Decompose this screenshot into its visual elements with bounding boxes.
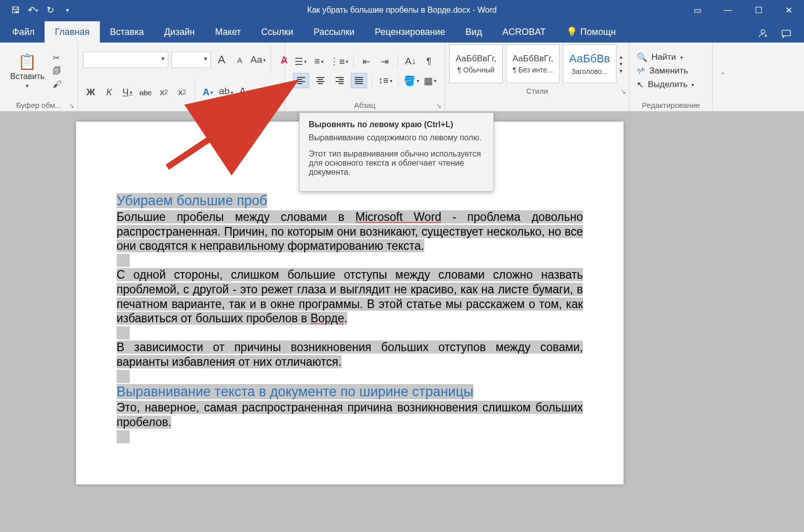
dialog-launcher-icon[interactable]: ↘ <box>620 88 626 95</box>
bold-button[interactable]: Ж <box>83 85 98 100</box>
style-sample: АаБбВвГг, <box>513 54 553 64</box>
svg-point-0 <box>761 30 764 33</box>
group-editing: 🔍Найти▾ ᵃ⁄ᵇЗаменить ↖Выделить▾ Редактиро… <box>630 43 713 111</box>
svg-rect-1 <box>782 30 791 36</box>
style-normal[interactable]: АаБбВвГг, ¶ Обычный <box>449 45 503 83</box>
paragraph-text: Большие пробелы между словами в <box>117 210 355 223</box>
window-title: Как убрать большие пробелы в Ворде.docx … <box>307 6 497 15</box>
paragraph-text: В зависимости от причины возникновения б… <box>117 340 583 368</box>
tooltip-title: Выровнять по левому краю (Ctrl+L) <box>309 120 484 129</box>
group-clipboard: 📋 Вставить ▾ ✂ 🗐 🖌 Буфер обм...↘ <box>0 43 78 111</box>
tab-acrobat[interactable]: ACROBAT <box>492 21 556 43</box>
tooltip-extra: Этот тип выравнивания обычно используетс… <box>309 149 484 177</box>
style-no-spacing[interactable]: АаБбВвГг, ¶ Без инте... <box>506 45 560 83</box>
find-button[interactable]: 🔍Найти▾ <box>637 52 694 63</box>
tab-mailings[interactable]: Рассылки <box>304 21 365 43</box>
redo-icon[interactable]: ↻ <box>43 3 58 18</box>
maximize-icon[interactable]: ☐ <box>743 0 774 20</box>
quick-access-toolbar: 🖫 ↶▾ ↻ ▾ <box>0 3 75 18</box>
paragraph-text: Это, наверное, самая распространенная пр… <box>117 401 583 429</box>
line-spacing-button[interactable]: ↕≡▾ <box>378 73 393 88</box>
show-marks-button[interactable]: ¶ <box>421 54 436 69</box>
sort-button[interactable]: A↓ <box>403 54 418 69</box>
copy-icon[interactable]: 🗐 <box>53 66 61 77</box>
borders-button[interactable]: ▦▾ <box>422 73 437 88</box>
editing-group-label: Редактирование <box>630 99 712 111</box>
collapse-ribbon-button[interactable]: ˆ <box>713 43 733 111</box>
empty-line-selection <box>117 254 130 267</box>
tooltip-align-left: Выровнять по левому краю (Ctrl+L) Выравн… <box>299 112 494 192</box>
comments-icon[interactable] <box>775 24 798 43</box>
heading-2: Выравнивание текста в документе по ширин… <box>117 384 473 399</box>
tab-layout[interactable]: Макет <box>205 21 251 43</box>
save-icon[interactable]: 🖫 <box>8 3 23 18</box>
grow-font-button[interactable]: A <box>214 52 229 67</box>
decrease-indent-button[interactable]: ⇤ <box>359 54 374 69</box>
style-heading1[interactable]: АаБбВв Заголово... <box>563 45 616 83</box>
tab-file[interactable]: Файл <box>2 21 45 43</box>
tell-me-field[interactable]: 💡 Помощн <box>556 21 626 43</box>
tab-references[interactable]: Ссылки <box>251 21 303 43</box>
multilevel-button[interactable]: ⋮≡▾ <box>330 54 348 69</box>
link-word: Ворде <box>310 312 344 325</box>
style-name: Заголово... <box>571 67 607 75</box>
style-name: ¶ Без инте... <box>513 66 553 74</box>
group-styles: АаБбВвГг, ¶ Обычный АаБбВвГг, ¶ Без инте… <box>445 43 630 111</box>
clipboard-icon: 📋 <box>18 53 36 70</box>
font-name-combo[interactable] <box>83 52 168 68</box>
undo-icon[interactable]: ↶▾ <box>25 3 41 18</box>
shrink-font-button[interactable]: A <box>232 52 247 67</box>
qat-customize-icon[interactable]: ▾ <box>60 3 75 18</box>
title-bar: 🖫 ↶▾ ↻ ▾ Как убрать большие пробелы в Во… <box>0 0 804 20</box>
share-icon[interactable] <box>751 24 775 43</box>
underline-button[interactable]: Ч▾ <box>120 85 135 100</box>
minimize-icon[interactable]: — <box>713 0 743 20</box>
select-button[interactable]: ↖Выделить▾ <box>637 80 694 90</box>
link-msword: Microsoft Word <box>355 210 442 223</box>
increase-indent-button[interactable]: ⇥ <box>377 54 392 69</box>
styles-group-label: Стили↘ <box>445 85 629 97</box>
tab-review[interactable]: Рецензирование <box>364 21 455 43</box>
style-sample: АаБбВвГг, <box>456 54 496 64</box>
paragraph-text: . <box>344 312 347 325</box>
strike-button[interactable]: abc <box>138 85 153 100</box>
format-painter-icon[interactable]: 🖌 <box>53 80 61 90</box>
style-name: ¶ Обычный <box>457 66 494 74</box>
document-content[interactable]: Убираем большие проб Большие пробелы меж… <box>117 193 583 444</box>
empty-line-selection <box>117 326 130 339</box>
replace-button[interactable]: ᵃ⁄ᵇЗаменить <box>637 66 694 77</box>
empty-line-selection <box>117 370 130 383</box>
tab-home[interactable]: Главная <box>45 21 100 43</box>
style-sample: АаБбВв <box>569 52 610 65</box>
dialog-launcher-icon[interactable]: ↘ <box>436 102 442 109</box>
dialog-launcher-icon[interactable]: ↘ <box>69 102 75 109</box>
paragraph-text: С одной стороны, слишком большие отступы… <box>117 268 583 325</box>
tab-insert[interactable]: Вставка <box>100 21 154 43</box>
align-justify-button[interactable] <box>351 73 367 88</box>
paste-button[interactable]: 📋 Вставить ▾ <box>5 51 50 91</box>
styles-gallery-expand[interactable]: ▴▾▾ <box>619 53 623 74</box>
empty-line-selection <box>117 430 130 443</box>
heading-1: Убираем большие проб <box>117 193 267 208</box>
align-right-button[interactable] <box>332 73 348 88</box>
bullets-button[interactable]: ☰▾ <box>293 54 308 69</box>
change-case-button[interactable]: Aa▾ <box>250 52 266 67</box>
tab-view[interactable]: Вид <box>455 21 492 43</box>
tab-design[interactable]: Дизайн <box>154 21 205 43</box>
cut-icon[interactable]: ✂ <box>53 53 61 63</box>
numbering-button[interactable]: ≡▾ <box>311 54 326 69</box>
ribbon-tabs: Файл Главная Вставка Дизайн Макет Ссылки… <box>0 20 804 43</box>
tell-me-label: Помощн <box>580 27 616 37</box>
clipboard-group-label: Буфер обм...↘ <box>0 99 78 111</box>
paste-label: Вставить <box>10 72 45 81</box>
lightbulb-icon: 💡 <box>566 26 577 37</box>
tooltip-description: Выравнивание содержимого по левому полю. <box>309 133 484 142</box>
chevron-down-icon: ▾ <box>26 83 29 89</box>
font-size-combo[interactable] <box>171 52 211 68</box>
ribbon: 📋 Вставить ▾ ✂ 🗐 🖌 Буфер обм...↘ A A Aa▾ <box>0 43 804 111</box>
align-center-button[interactable] <box>312 73 328 88</box>
close-icon[interactable]: ✕ <box>774 0 804 20</box>
ribbon-display-icon[interactable]: ▭ <box>682 0 713 20</box>
italic-button[interactable]: К <box>101 85 117 100</box>
shading-button[interactable]: 🪣▾ <box>404 73 419 88</box>
